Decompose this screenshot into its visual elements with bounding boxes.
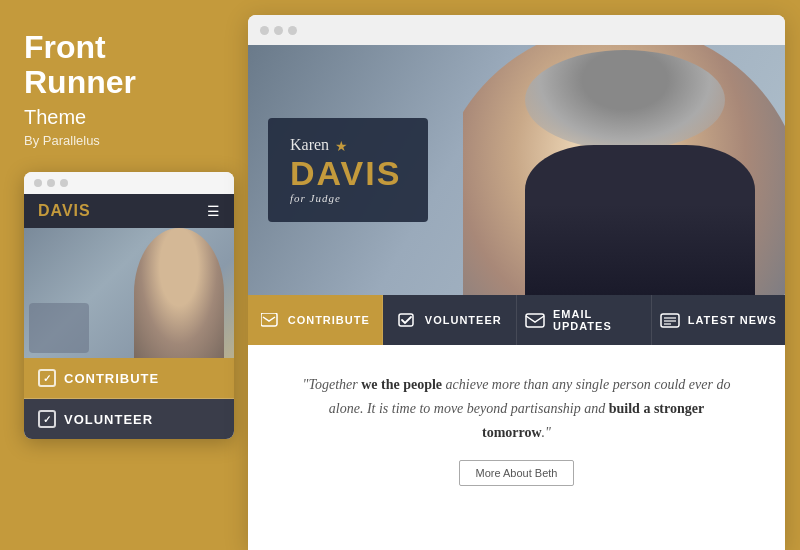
campaign-for-judge: for Judge: [290, 192, 406, 204]
mobile-volunteer-button[interactable]: ✓ VOLUNTEER: [24, 399, 234, 439]
mobile-mockup: DAVIS ☰ ✓ CONTRIBUTE ✓ VOLUNTEER: [24, 172, 234, 439]
browser-dot-2: [274, 26, 283, 35]
campaign-davis: DAVIS: [290, 156, 406, 190]
theme-title: Front Runner: [24, 30, 136, 100]
mobile-volunteer-label: VOLUNTEER: [64, 412, 153, 427]
theme-by: By Parallelus: [24, 133, 100, 148]
contribute-tab-icon: [260, 312, 280, 328]
contribute-tab-label: CONTRIBUTE: [288, 314, 370, 326]
quote-bold-we-the-people: we the people: [361, 377, 442, 392]
mobile-hero-image: [24, 228, 234, 358]
more-about-btn[interactable]: More About Beth: [459, 460, 575, 486]
mobile-dot-3: [60, 179, 68, 187]
quote-section: "Together we the people achieve more tha…: [248, 345, 785, 550]
svg-rect-0: [261, 313, 277, 326]
mobile-top-bar: [24, 172, 234, 194]
left-panel: Front Runner Theme By Parallelus DAVIS ☰…: [0, 0, 248, 550]
campaign-karen: Karen: [290, 136, 329, 154]
browser-bar: [248, 15, 785, 45]
hamburger-icon: ☰: [207, 203, 220, 220]
mobile-hero-people: [29, 303, 89, 353]
svg-rect-2: [526, 314, 544, 327]
browser-dot-3: [288, 26, 297, 35]
volunteer-check-icon: ✓: [38, 410, 56, 428]
campaign-star-icon: ★: [335, 138, 348, 155]
email-tab-label: EMAIL UPDATES: [553, 308, 643, 332]
volunteer-tab-icon: [397, 312, 417, 328]
browser-mockup: Karen ★ DAVIS for Judge CONTRIBUTE VOLUN…: [248, 15, 785, 550]
mobile-dot-1: [34, 179, 42, 187]
quote-open: "Together: [303, 377, 362, 392]
tab-news[interactable]: LATEST NEWS: [652, 295, 786, 345]
tab-contribute[interactable]: CONTRIBUTE: [248, 295, 383, 345]
nav-tabs: CONTRIBUTE VOLUNTEER EMAIL UPDATES LATES…: [248, 295, 785, 345]
hero-section: Karen ★ DAVIS for Judge: [248, 45, 785, 295]
hero-face-area: [463, 45, 785, 295]
theme-subtitle: Theme: [24, 106, 86, 129]
hero-hair: [525, 50, 725, 150]
campaign-logo: Karen ★ DAVIS for Judge: [268, 118, 428, 222]
tab-email[interactable]: EMAIL UPDATES: [517, 295, 652, 345]
mobile-dot-2: [47, 179, 55, 187]
mobile-nav: DAVIS ☰: [24, 194, 234, 228]
quote-close: .": [542, 425, 551, 440]
mobile-contribute-label: CONTRIBUTE: [64, 371, 159, 386]
volunteer-tab-label: VOLUNTEER: [425, 314, 502, 326]
mobile-brand: DAVIS: [38, 202, 91, 220]
news-tab-icon: [660, 312, 680, 328]
email-tab-icon: [525, 312, 545, 328]
news-tab-label: LATEST NEWS: [688, 314, 777, 326]
quote-text: "Together we the people achieve more tha…: [297, 373, 737, 444]
contribute-check-icon: ✓: [38, 369, 56, 387]
mobile-contribute-button[interactable]: ✓ CONTRIBUTE: [24, 358, 234, 399]
hero-person-body: [525, 145, 755, 295]
browser-dot-1: [260, 26, 269, 35]
mobile-hero-face: [134, 228, 224, 358]
tab-volunteer[interactable]: VOLUNTEER: [383, 295, 518, 345]
